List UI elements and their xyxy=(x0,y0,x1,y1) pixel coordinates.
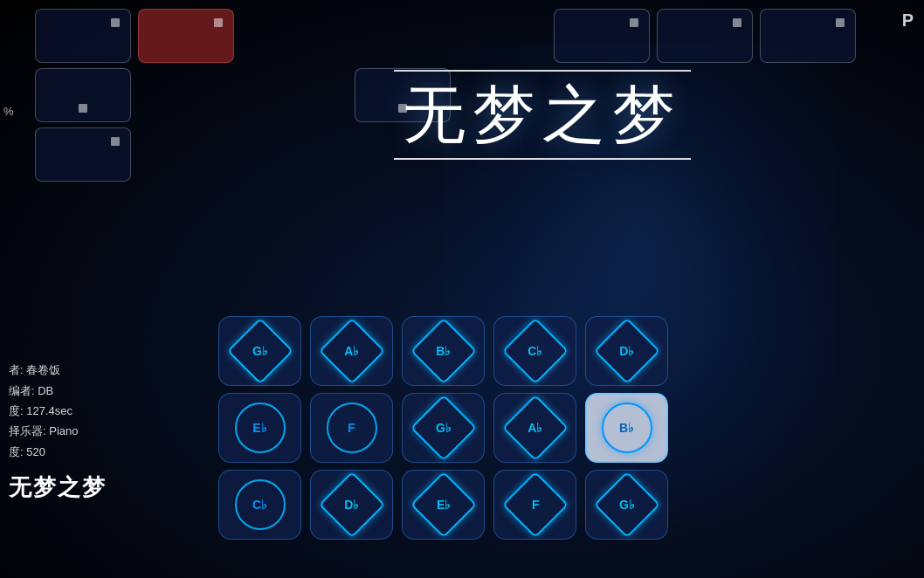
diamond-icon: D♭ xyxy=(318,471,384,538)
tile-4[interactable] xyxy=(657,9,753,63)
key-bb-1[interactable]: B♭ xyxy=(402,316,485,386)
keyboard-area: G♭ A♭ B♭ C♭ D♭ E♭ xyxy=(0,307,924,578)
title-spacer xyxy=(241,9,547,63)
key-label: G♭ xyxy=(436,421,452,435)
tile-6[interactable] xyxy=(35,68,131,122)
diamond-icon: C♭ xyxy=(501,318,568,384)
tile-dot xyxy=(836,18,845,27)
key-label: A♭ xyxy=(344,344,359,358)
key-eb-2[interactable]: E♭ xyxy=(218,393,301,463)
key-f-3[interactable]: F xyxy=(493,470,576,540)
tile-dot xyxy=(630,18,638,27)
diamond-icon: D♭ xyxy=(593,318,659,384)
top-right-label: P xyxy=(902,10,914,31)
key-gb-3[interactable]: G♭ xyxy=(585,470,668,540)
info-song-title: 无梦之梦 xyxy=(9,467,107,508)
key-label: G♭ xyxy=(252,344,268,358)
key-eb-3[interactable]: E♭ xyxy=(402,470,485,540)
key-row-2: E♭ F G♭ A♭ B♭ xyxy=(218,393,889,463)
key-cb-3[interactable]: C♭ xyxy=(218,470,301,540)
key-label: B♭ xyxy=(436,344,451,358)
tile-10[interactable] xyxy=(35,127,131,182)
key-ab-1[interactable]: A♭ xyxy=(310,316,393,386)
info-score: 度: 520 xyxy=(9,442,107,462)
tile-2-active[interactable] xyxy=(138,9,234,63)
key-label: E♭ xyxy=(252,421,266,435)
circle-icon: C♭ xyxy=(235,479,286,530)
tile-1[interactable] xyxy=(35,9,131,63)
tile-dot xyxy=(733,18,741,27)
diamond-icon: A♭ xyxy=(501,395,568,461)
diamond-icon: F xyxy=(501,471,568,538)
tile-5[interactable] xyxy=(760,9,856,63)
info-instrument: 择乐器: Piano xyxy=(9,421,107,441)
info-editor: 编者: DB xyxy=(9,381,107,401)
info-panel: 者: 春卷饭 编者: DB 度: 127.4sec 择乐器: Piano 度: … xyxy=(9,360,107,508)
title-bottom-line xyxy=(394,158,691,160)
key-label: A♭ xyxy=(528,421,542,435)
info-author: 者: 春卷饭 xyxy=(9,360,107,380)
key-label: D♭ xyxy=(619,344,634,358)
key-gb-1[interactable]: G♭ xyxy=(218,316,301,386)
key-gb-2[interactable]: G♭ xyxy=(402,393,485,463)
diamond-icon: A♭ xyxy=(318,318,384,384)
key-label: C♭ xyxy=(252,498,267,512)
song-title: 无梦之梦 xyxy=(341,80,743,149)
key-f-2[interactable]: F xyxy=(310,393,393,463)
key-row-3: C♭ D♭ E♭ F G♭ xyxy=(218,470,889,540)
title-spacer-2 xyxy=(138,68,348,122)
diamond-icon: G♭ xyxy=(410,395,476,461)
circle-icon: E♭ xyxy=(235,403,286,453)
tile-dot xyxy=(111,18,120,27)
title-top-line xyxy=(394,70,691,72)
key-label: D♭ xyxy=(344,498,359,512)
info-duration: 度: 127.4sec xyxy=(9,401,107,421)
side-label: % xyxy=(3,105,14,118)
key-label: C♭ xyxy=(528,344,542,358)
diamond-icon: B♭ xyxy=(410,318,476,384)
tile-row-1 xyxy=(35,9,915,63)
diamond-icon: E♭ xyxy=(410,471,476,538)
tile-dot xyxy=(111,137,120,146)
key-cb-1[interactable]: C♭ xyxy=(493,316,576,386)
diamond-icon: G♭ xyxy=(593,471,659,538)
key-db-3[interactable]: D♭ xyxy=(310,470,393,540)
tile-3[interactable] xyxy=(554,9,650,63)
key-label: F xyxy=(531,498,539,512)
key-db-1[interactable]: D♭ xyxy=(585,316,668,386)
key-label: E♭ xyxy=(436,498,450,512)
circle-icon: F xyxy=(327,403,377,453)
key-label: B♭ xyxy=(619,421,634,435)
key-bb-2-active[interactable]: B♭ xyxy=(585,393,668,463)
key-row-1: G♭ A♭ B♭ C♭ D♭ xyxy=(218,316,889,386)
tile-dot xyxy=(79,104,87,113)
tile-dot xyxy=(214,18,223,27)
key-ab-2[interactable]: A♭ xyxy=(493,393,576,463)
diamond-icon: G♭ xyxy=(226,318,293,384)
key-label: F xyxy=(348,421,355,435)
key-label: G♭ xyxy=(619,498,635,512)
title-section: 无梦之梦 xyxy=(341,70,743,160)
circle-icon: B♭ xyxy=(602,403,652,453)
